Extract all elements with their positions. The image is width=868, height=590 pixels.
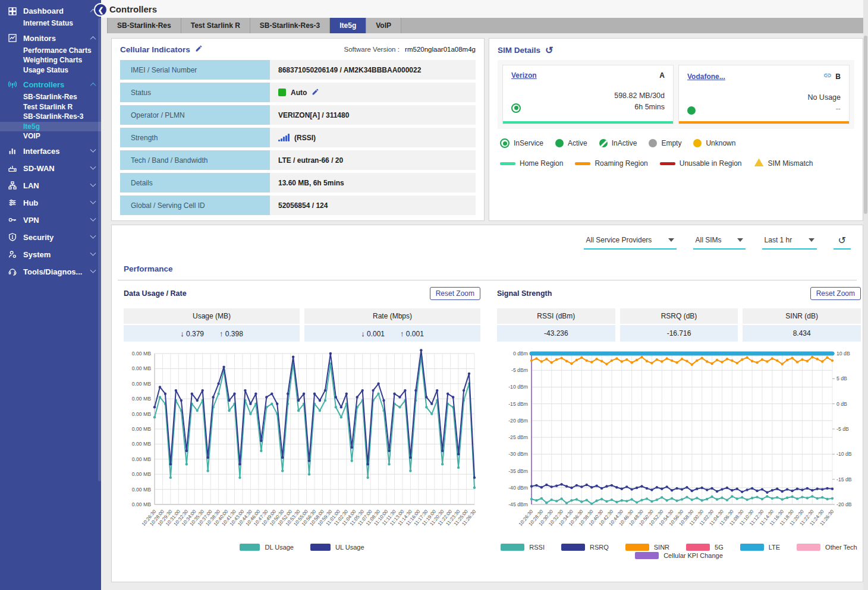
signal-reset-zoom-button[interactable]: Reset Zoom: [810, 287, 861, 300]
charts-refresh-icon[interactable]: ↺: [834, 235, 851, 250]
sidebar-item-performance-charts[interactable]: Performance Charts: [0, 46, 101, 56]
tab-lte5g[interactable]: lte5g: [330, 18, 366, 33]
monitors-icon: [5, 33, 20, 43]
svg-text:0.00 MB: 0.00 MB: [132, 501, 152, 507]
tab-sb-starlink-res[interactable]: SB-Starlink-Res: [107, 18, 181, 33]
sim-region-legend: Home RegionRoaming RegionUnusable in Reg…: [498, 157, 854, 169]
unknown-icon: [693, 139, 702, 147]
page-title: Controllers: [101, 4, 157, 14]
up-arrow-icon: ↑: [400, 329, 404, 338]
legend-label: Home Region: [520, 159, 563, 168]
indicator-value: 13.60 MB, 6h 5mins: [270, 173, 476, 193]
sidebar-item-lte5g[interactable]: lte5g: [0, 122, 101, 132]
page-scrollbar[interactable]: [863, 0, 868, 590]
legend-item-5g: 5G: [686, 544, 724, 551]
sim-card-a[interactable]: Verizon A 598.82 MB/30d 6h 5mins: [502, 65, 674, 124]
sidebar-item-lan[interactable]: LAN: [0, 178, 101, 193]
system-icon: [5, 250, 20, 259]
sidebar-item-monitors[interactable]: Monitors: [0, 31, 101, 46]
sidebar-item-voip[interactable]: VOIP: [0, 131, 101, 141]
data-usage-chart[interactable]: 10:26:3010:28:0010:29:3010:31:0010:32:30…: [124, 346, 480, 542]
legend-item-empty: Empty: [649, 139, 681, 147]
status-value: Auto: [291, 89, 307, 97]
data-usage-reset-zoom-button[interactable]: Reset Zoom: [430, 287, 480, 300]
sidebar-item-interfaces[interactable]: Interfaces: [0, 144, 101, 159]
svg-text:0.00 MB: 0.00 MB: [132, 471, 152, 477]
indicator-row: StatusAuto: [120, 83, 476, 102]
sidebar-item-sd-wan[interactable]: SD-WAN: [0, 161, 101, 176]
security-icon: [5, 232, 20, 242]
rate-up-value: 0.001: [406, 330, 424, 338]
sidebar-item-controllers[interactable]: Controllers: [0, 77, 101, 92]
indicator-value: 52056854 / 124: [270, 195, 476, 215]
tab-test-starlink-r[interactable]: Test Starlink R: [181, 18, 250, 33]
sidebar-item-hub[interactable]: Hub: [0, 195, 101, 210]
sidebar-item-usage-status[interactable]: Usage Status: [0, 65, 101, 75]
rsrq-stat-value: -16.716: [620, 325, 738, 342]
dashboard-icon: [5, 7, 20, 16]
sidebar-item-security[interactable]: Security: [0, 230, 101, 245]
legend-label: InService: [514, 139, 543, 147]
performance-divider: [118, 280, 857, 280]
controllers-icon: [5, 80, 20, 90]
data-usage-title: Data Usage / Rate: [124, 289, 187, 298]
indicator-row: IMEI / Serial Number868371050206149 / AM…: [120, 60, 476, 80]
tab-sb-starlink-res-3[interactable]: SB-Starlink-Res-3: [250, 18, 330, 33]
sidebar-item-internet-status[interactable]: Internet Status: [0, 18, 101, 29]
cellular-indicators-title: Cellular Indicators: [120, 45, 190, 54]
service-provider-select[interactable]: All Service Providers: [584, 236, 677, 250]
sidebar-scrollbar[interactable]: [98, 18, 101, 481]
empty-icon: [649, 139, 657, 147]
sidebar-item-dashboard[interactable]: Dashboard: [0, 4, 101, 18]
svg-text:0.00 MB: 0.00 MB: [132, 411, 152, 417]
sidebar-item-sb-starlink-res[interactable]: SB-Starlink-Res: [0, 92, 101, 102]
legend-item-sinr: SINR: [625, 544, 669, 551]
sims-select[interactable]: All SIMs: [693, 236, 746, 250]
sidebar-item-system[interactable]: System: [0, 247, 101, 262]
inactive-icon: [599, 139, 608, 147]
indicator-value: LTE / eutran-66 / 20: [270, 150, 476, 170]
sidebar-item-vpn[interactable]: VPN: [0, 213, 101, 228]
indicator-label: Global / Serving Cell ID: [120, 195, 270, 215]
time-range-select[interactable]: Last 1 hr: [762, 236, 817, 250]
sim-a-name-link[interactable]: Verizon: [511, 71, 537, 80]
indicator-value: Auto: [270, 83, 476, 102]
rssi-stat-header: RSSI (dBm): [497, 308, 615, 324]
svg-text:0.00 MB: 0.00 MB: [132, 487, 152, 493]
legend-item-inservice: InService: [500, 138, 543, 148]
sidebar-item-sb-starlink-res-3[interactable]: SB-Starlink-Res-3: [0, 112, 101, 122]
sidebar-collapse-button[interactable]: ❮: [95, 4, 106, 15]
edit-pencil-icon[interactable]: [195, 45, 203, 54]
indicator-label: Operator / PLMN: [120, 105, 270, 125]
sim-card-b[interactable]: Vodafone... B No Usage --: [678, 65, 850, 124]
edit-pencil-icon[interactable]: [312, 88, 319, 97]
chevron-down-icon: [90, 198, 96, 204]
sidebar-section-label: LAN: [20, 181, 91, 190]
down-arrow-icon: ↓: [361, 329, 365, 338]
software-version-value: rm520nglaar01a08m4g: [405, 46, 476, 53]
legend-item-roaming-region: Roaming Region: [575, 159, 647, 168]
legend-item-unusable-in-region: Unusable in Region: [660, 159, 742, 168]
active-icon: [555, 139, 564, 147]
sidebar-item-weighting-charts[interactable]: Weighting Charts: [0, 55, 101, 65]
sidebar-item-tools-diagnos-[interactable]: Tools/Diagnos...: [0, 264, 101, 279]
svg-text:0 dBm: 0 dBm: [513, 351, 528, 356]
chevron-down-icon: [90, 146, 96, 152]
svg-text:0.00 MB: 0.00 MB: [132, 365, 152, 371]
sim-details-title: SIM Details: [498, 46, 540, 55]
svg-text:-15 dBm: -15 dBm: [508, 401, 528, 407]
svg-text:-5 dBm: -5 dBm: [511, 367, 528, 373]
sim-b-name-link[interactable]: Vodafone...: [687, 72, 725, 81]
legend-item-home-region: Home Region: [500, 159, 563, 168]
signal-legend-row2: Cellular KPI Change: [497, 552, 861, 559]
sidebar-section-label: SD-WAN: [20, 164, 91, 173]
sidebar-item-test-starlink-r[interactable]: Test Starlink R: [0, 102, 101, 112]
sim-a-duration: 6h 5mins: [614, 102, 665, 113]
usage-stat-header: Usage (MB): [124, 308, 300, 324]
sinr-stat-value: 8.434: [743, 325, 861, 342]
indicator-value: (RSSI): [270, 128, 476, 147]
tab-voip[interactable]: VoIP: [366, 18, 401, 33]
sim-refresh-icon[interactable]: ↺: [545, 46, 553, 55]
signal-strength-chart[interactable]: 10:26:3010:28:3010:30:3010:32:3010:34:30…: [497, 346, 861, 542]
rate-stat-header: Rate (Mbps): [304, 308, 480, 324]
